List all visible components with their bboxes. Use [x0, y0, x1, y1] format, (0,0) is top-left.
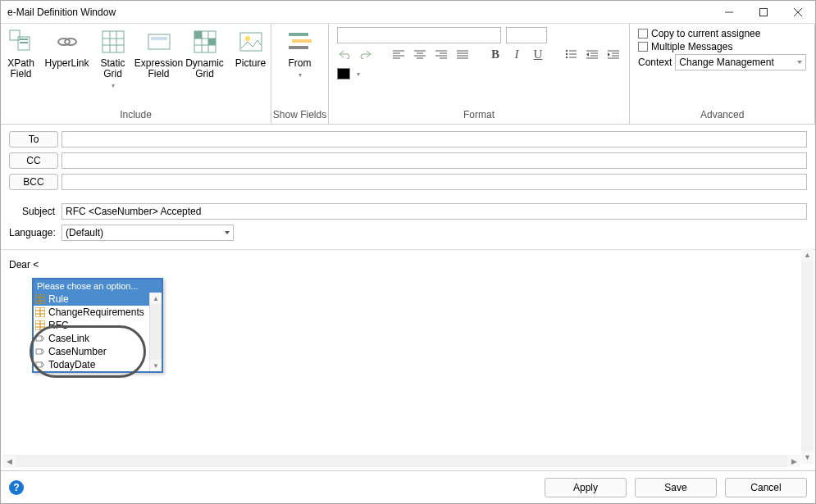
apply-button[interactable]: Apply [545, 478, 627, 497]
autocomplete-item-casenumber[interactable]: CaseNumber [34, 345, 162, 358]
static-grid-label: Static Grid [92, 58, 134, 79]
font-size-select[interactable] [506, 27, 547, 43]
scroll-down-icon[interactable]: ▼ [801, 451, 814, 464]
multiple-messages-checkbox[interactable]: Multiple Messages [630, 40, 814, 53]
context-label: Context [638, 57, 672, 68]
help-button[interactable]: ? [9, 480, 24, 495]
to-button[interactable]: To [9, 131, 58, 148]
align-center-button[interactable] [413, 47, 427, 61]
horizontal-scrollbar[interactable]: ◀ ▶ [2, 455, 800, 467]
bold-button[interactable]: B [488, 47, 503, 61]
autocomplete-item-label: CaseNumber [48, 346, 107, 357]
autocomplete-item-label: TodayDate [48, 359, 95, 370]
table-icon [35, 294, 45, 304]
context-value: Change Management [679, 57, 773, 68]
undo-button[interactable] [337, 47, 352, 61]
scroll-up-icon[interactable]: ▲ [150, 293, 162, 304]
autocomplete-item-rule[interactable]: Rule [34, 293, 162, 306]
picture-button[interactable]: Picture [228, 27, 274, 70]
expression-field-label: Expression Field [134, 58, 183, 79]
underline-button[interactable]: U [531, 47, 545, 61]
popup-scrollbar[interactable]: ▲ ▼ [149, 293, 162, 371]
header-fields: To CC BCC Subject Language: (Default) [1, 125, 815, 249]
from-button[interactable]: From ▾ [277, 27, 323, 81]
close-button[interactable] [781, 1, 815, 24]
svg-rect-27 [292, 39, 312, 43]
bullet-list-button[interactable] [563, 47, 578, 61]
svg-point-47 [566, 53, 568, 55]
autocomplete-item-changerequirements[interactable]: ChangeRequirements [34, 306, 162, 319]
expression-field-icon [146, 29, 172, 55]
ribbon-group-include: XPath Field HyperLink Static Grid ▾ Expr… [1, 24, 271, 124]
subject-label: Subject [9, 206, 58, 217]
table-icon [35, 320, 45, 330]
showfields-group-label: Show Fields [273, 109, 326, 122]
xpath-field-icon [8, 29, 34, 55]
static-grid-button[interactable]: Static Grid ▾ [90, 27, 136, 92]
body-editor[interactable]: Dear < [1, 250, 815, 278]
ribbon-group-format: B I U ▾ Format [329, 24, 630, 124]
indent-button[interactable] [606, 47, 621, 61]
autocomplete-item-caselink[interactable]: CaseLink [34, 332, 162, 345]
svg-rect-74 [36, 349, 42, 354]
bcc-button[interactable]: BCC [9, 174, 58, 190]
align-justify-button[interactable] [455, 47, 470, 61]
save-button[interactable]: Save [635, 478, 717, 497]
xpath-field-label: XPath Field [0, 58, 43, 79]
autocomplete-item-todaydate[interactable]: TodayDate [34, 358, 162, 371]
outdent-button[interactable] [585, 47, 599, 61]
window-controls [712, 1, 815, 24]
italic-button[interactable]: I [509, 47, 524, 61]
from-icon [287, 29, 313, 55]
checkbox-icon [638, 42, 648, 52]
expression-field-button[interactable]: Expression Field [136, 27, 182, 81]
xpath-field-button[interactable]: XPath Field [0, 27, 44, 81]
language-label: Language: [9, 227, 58, 238]
svg-point-49 [566, 57, 568, 58]
svg-point-45 [566, 50, 568, 52]
font-family-select[interactable] [337, 27, 501, 43]
hyperlink-button[interactable]: HyperLink [44, 27, 90, 70]
subject-input[interactable] [62, 203, 807, 220]
chevron-down-icon[interactable]: ▾ [357, 70, 360, 78]
cancel-button[interactable]: Cancel [725, 478, 807, 497]
redo-button[interactable] [358, 47, 373, 61]
window-title: e-Mail Definition Window [7, 7, 116, 18]
scroll-up-icon[interactable]: ▲ [801, 248, 814, 261]
cc-input[interactable] [62, 152, 807, 169]
copy-assignee-label: Copy to current assignee [651, 28, 760, 39]
multiple-messages-label: Multiple Messages [651, 41, 732, 52]
svg-marker-55 [586, 52, 589, 57]
svg-rect-15 [148, 34, 170, 49]
svg-rect-22 [194, 31, 202, 39]
font-color-button[interactable] [337, 68, 350, 79]
include-group-label: Include [120, 109, 152, 122]
context-select[interactable]: Change Management [675, 54, 806, 70]
align-left-button[interactable] [391, 47, 406, 61]
autocomplete-hint: Please chose an option... [34, 279, 162, 293]
maximize-button[interactable] [746, 1, 781, 24]
cc-button[interactable]: CC [9, 152, 58, 169]
autocomplete-item-rfc[interactable]: RFC [34, 319, 162, 332]
svg-rect-75 [36, 362, 42, 367]
from-label: From [289, 58, 312, 69]
scroll-down-icon[interactable]: ▼ [150, 360, 162, 371]
hyperlink-icon [54, 29, 80, 55]
minimize-button[interactable] [712, 1, 746, 24]
svg-point-25 [245, 36, 250, 41]
svg-marker-60 [608, 52, 610, 57]
scroll-left-icon[interactable]: ◀ [2, 456, 16, 468]
svg-rect-6 [20, 39, 28, 40]
align-right-button[interactable] [434, 47, 449, 61]
dynamic-grid-icon [192, 29, 218, 55]
copy-assignee-checkbox[interactable]: Copy to current assignee [630, 27, 814, 40]
ribbon-group-advanced: Copy to current assignee Multiple Messag… [630, 24, 815, 124]
language-select[interactable]: (Default) [62, 225, 234, 241]
svg-rect-26 [289, 33, 308, 36]
vertical-scrollbar[interactable]: ▲ ▼ [801, 248, 814, 464]
to-input[interactable] [62, 131, 807, 148]
bcc-input[interactable] [62, 174, 807, 190]
scroll-right-icon[interactable]: ▶ [787, 455, 800, 467]
ribbon-group-showfields: From ▾ Show Fields [271, 24, 329, 124]
dynamic-grid-button[interactable]: Dynamic Grid [182, 27, 228, 81]
